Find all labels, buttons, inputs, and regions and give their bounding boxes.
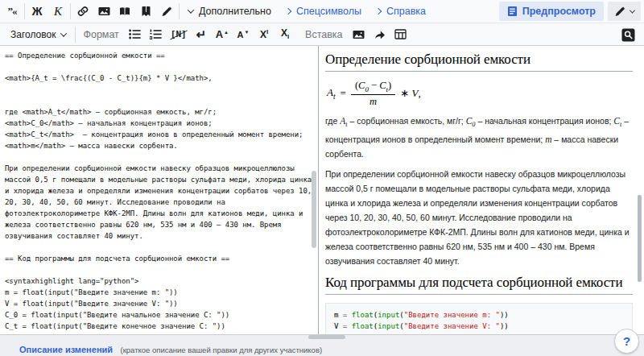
search-replace-button[interactable]	[617, 27, 639, 43]
chevron-down-icon	[630, 7, 635, 13]
chevron-down-icon	[188, 6, 194, 13]
bulleted-list-icon	[129, 29, 141, 39]
formula-equals: =	[341, 87, 346, 100]
format-group-label: Формат	[83, 29, 118, 40]
preview-scrollbar-thumb[interactable]	[638, 195, 642, 282]
newline-icon: ↵	[196, 27, 206, 42]
subscript-icon: XI	[281, 27, 289, 40]
insert-group-label: Вставка	[305, 29, 342, 40]
preview-heading-sorption: Определение сорбционной емкости	[325, 52, 633, 72]
special-chars-label: Спецсимволы	[296, 6, 361, 17]
code-line: m = float(input("Введите значение m: "))	[334, 309, 632, 321]
code-line: V = float(input("Введите значение V: "))	[334, 321, 632, 332]
chevron-right-icon	[375, 8, 382, 14]
pencil-icon	[614, 6, 625, 17]
nowiki-button[interactable]: [N]	[167, 23, 191, 45]
heading-label: Заголовок	[10, 29, 56, 40]
image-button[interactable]	[93, 0, 114, 23]
preview-label: Предпросмотр	[522, 6, 596, 17]
image-icon	[98, 6, 110, 17]
numbered-list-icon	[150, 29, 162, 39]
wikitext-source[interactable]: == Определение сорбционной емкости == <m…	[0, 46, 318, 332]
bold-button[interactable]: Ж	[27, 0, 47, 23]
superscript-icon: XI	[260, 28, 268, 40]
heading-dropdown[interactable]: Заголовок	[3, 23, 73, 45]
section-help[interactable]: Справка	[369, 0, 433, 23]
redirect-arrow-icon	[374, 29, 386, 40]
formula-denominator: m	[351, 94, 395, 108]
book-button[interactable]	[135, 0, 156, 23]
toolbar-separator	[24, 3, 25, 19]
preview-page-icon	[507, 6, 518, 17]
toolbar-advanced: Заголовок Формат [N] ↵ A▲ A▼ XI XI Встав…	[0, 23, 644, 46]
realtime-preview-pane: Определение сорбционной емкости At = (C0…	[320, 46, 644, 334]
source-scrollbar-thumb[interactable]	[312, 171, 316, 248]
preview-heading-code: Код программы для подсчета сорбционной е…	[325, 275, 633, 295]
insert-image-button[interactable]	[349, 23, 369, 45]
wikitext-source-pane[interactable]: == Определение сорбционной емкости == <m…	[0, 46, 319, 334]
newline-button[interactable]: ↵	[191, 23, 212, 45]
bulleted-list-button[interactable]	[125, 23, 146, 45]
nowiki-icon: [N]	[171, 29, 187, 39]
formula-tail: ∗ V,	[400, 87, 420, 100]
superscript-button[interactable]: XI	[254, 23, 275, 45]
redirect-button[interactable]	[369, 23, 390, 45]
small-text-icon: A▼	[237, 30, 250, 39]
signature-button[interactable]	[156, 0, 177, 23]
reference-icon	[119, 6, 130, 17]
big-text-icon: A▲	[216, 29, 229, 39]
math-formula: At = (C0 − Ct) m ∗ V,	[327, 80, 633, 108]
image-icon	[353, 29, 365, 40]
toolbar-main-right: Предпросмотр	[499, 2, 641, 21]
search-icon	[621, 28, 635, 42]
edit-summary-hint: (краткое описание вашей правки для други…	[121, 346, 323, 354]
section-special-chars[interactable]: Спецсимволы	[279, 0, 369, 23]
table-button[interactable]	[390, 23, 411, 45]
preview-toggle-button[interactable]: Предпросмотр	[499, 2, 604, 21]
pencil-icon	[161, 6, 172, 17]
quotes-button[interactable]: ”«	[2, 0, 23, 23]
preview-paragraph-method: При определении сорбционной емкости наве…	[325, 167, 633, 268]
italic-icon: K	[54, 5, 62, 19]
book-icon	[141, 6, 151, 17]
help-button[interactable]: ?	[614, 329, 639, 354]
edit-summary-link[interactable]: Описание изменений	[19, 345, 113, 354]
bold-icon: Ж	[32, 5, 43, 18]
section-advanced[interactable]: Дополнительно	[181, 0, 279, 23]
toolbar-main: ”« Ж K Дополнительно С	[0, 0, 644, 23]
preview-paragraph-definitions: где At – сорбционная емкость, мг/г; C0 –…	[325, 114, 633, 161]
toolbar-separator	[75, 27, 76, 43]
toolbar-separator	[179, 3, 180, 19]
italic-button[interactable]: K	[47, 0, 68, 23]
formula-lhs: At	[327, 86, 336, 101]
formula-numerator: (C0 − Ct)	[351, 80, 395, 94]
small-text-button[interactable]: A▼	[233, 23, 254, 45]
toolbar-main-left: ”« Ж K Дополнительно С	[2, 0, 433, 23]
big-text-button[interactable]: A▲	[212, 23, 233, 45]
python-code-block: m = float(input("Введите значение m: "))…	[325, 303, 633, 334]
numbered-list-button[interactable]	[146, 23, 167, 45]
toolbar-separator	[70, 3, 71, 19]
link-icon	[77, 6, 89, 17]
help-label: Справка	[386, 6, 426, 17]
chevron-right-icon	[285, 8, 291, 14]
table-icon	[394, 29, 407, 39]
subscript-button[interactable]: XI	[275, 23, 295, 45]
quotes-icon: ”«	[8, 5, 17, 18]
formula-fraction: (C0 − Ct) m	[351, 80, 395, 108]
horizontal-scrollbar-thumb[interactable]	[308, 335, 345, 339]
reference-button[interactable]	[114, 0, 135, 23]
link-button[interactable]	[72, 0, 93, 23]
advanced-label: Дополнительно	[199, 6, 271, 17]
chevron-down-icon	[60, 30, 67, 36]
editor-switch-button[interactable]	[608, 2, 641, 21]
